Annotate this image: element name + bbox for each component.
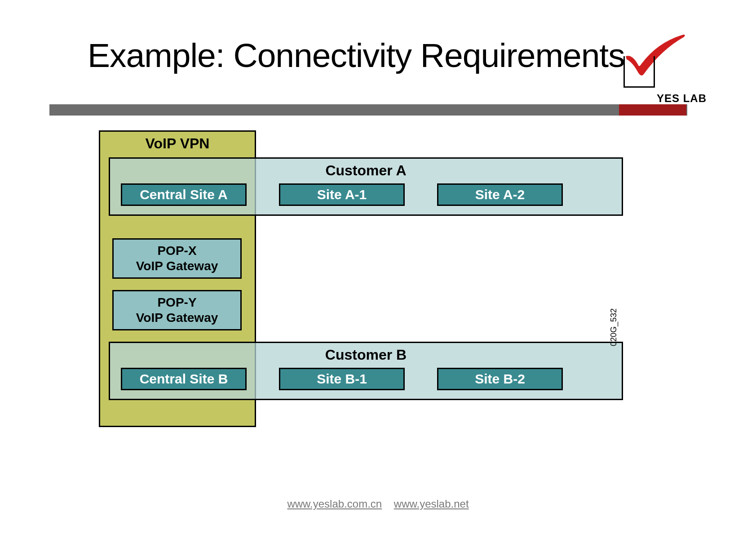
slide-title: Example: Connectivity Requirements xyxy=(88,36,625,75)
pop-x-name: POP-X xyxy=(157,243,196,259)
customer-a-label: Customer A xyxy=(110,162,622,179)
pop-x-role: VoIP Gateway xyxy=(136,259,218,274)
site-a-1: Site A-1 xyxy=(279,183,405,206)
footer-links: www.yeslab.com.cn www.yeslab.net xyxy=(0,498,756,510)
logo-brand-text: YES LAB xyxy=(657,92,707,105)
logo-box-outline xyxy=(623,56,655,88)
pop-y-name: POP-Y xyxy=(157,295,196,310)
connectivity-diagram: VoIP VPN POP-X VoIP Gateway POP-Y VoIP G… xyxy=(99,130,629,427)
footer-link-1[interactable]: www.yeslab.com.cn xyxy=(287,498,382,510)
central-site-a: Central Site A xyxy=(121,183,247,206)
customer-b-sites: Central Site B Site B-1 Site B-2 xyxy=(110,368,622,390)
customer-b-container: Customer B Central Site B Site B-1 Site … xyxy=(109,342,623,400)
site-a-2: Site A-2 xyxy=(437,183,563,206)
site-b-1: Site B-1 xyxy=(279,368,405,390)
pop-y-role: VoIP Gateway xyxy=(136,310,218,325)
customer-b-label: Customer B xyxy=(110,347,622,363)
customer-a-sites: Central Site A Site A-1 Site A-2 xyxy=(110,183,622,206)
title-divider-accent xyxy=(619,104,686,116)
central-site-b: Central Site B xyxy=(121,368,247,390)
site-b-2: Site B-2 xyxy=(437,368,563,390)
yes-lab-logo: YES LAB xyxy=(617,31,684,94)
footer-link-2[interactable]: www.yeslab.net xyxy=(394,498,469,510)
customer-a-container: Customer A Central Site A Site A-1 Site … xyxy=(109,157,623,216)
slide-code: 020G_532 xyxy=(609,308,619,346)
title-divider xyxy=(49,104,687,116)
pop-y-gateway-box: POP-Y VoIP Gateway xyxy=(112,290,242,330)
voip-vpn-label: VoIP VPN xyxy=(100,135,255,152)
pop-x-gateway-box: POP-X VoIP Gateway xyxy=(112,238,242,279)
